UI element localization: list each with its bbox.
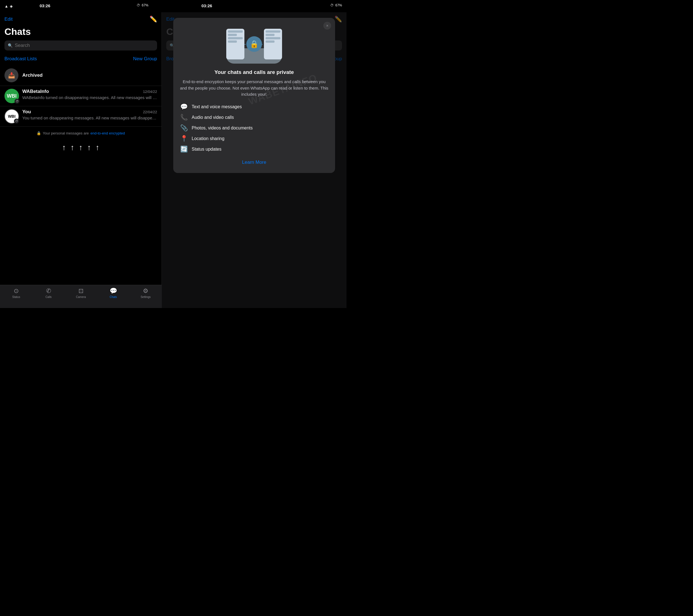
status-bar-left-icons: ▲ ◈: [4, 0, 13, 12]
tab-calls[interactable]: ✆ Calls: [32, 287, 65, 299]
modal-illustration: 🔒: [180, 24, 329, 64]
phone-line-7: [265, 37, 280, 39]
chat-preview-you: You turned on disappearing messages. All…: [22, 116, 157, 120]
modal-list-item-1: 📞 Audio and video calls: [180, 114, 329, 121]
calls-tab-label: Calls: [45, 295, 52, 299]
phone-line-1: [228, 31, 243, 33]
modal-close-button[interactable]: ×: [323, 22, 331, 29]
modal-feature-list: 💬 Text and voice messages 📞 Audio and vi…: [180, 103, 329, 153]
settings-tab-icon: ⚙: [143, 287, 148, 295]
photos-icon: 📎: [180, 124, 188, 132]
chat-name-wbi: WABetaInfo: [22, 89, 49, 94]
phone-line-8: [265, 40, 275, 43]
chat-item-wabetainfo[interactable]: WBI ⏱ WABetaInfo 12/04/22 WABetaInfo tur…: [0, 86, 161, 106]
archived-row[interactable]: 📥 Archived: [0, 65, 161, 86]
clock-icon-left: ⏱: [137, 3, 140, 7]
panels: Edit ✏️ Chats 🔍 Broadcast Lists New Grou…: [0, 12, 346, 308]
modal-overlay[interactable]: ×: [162, 12, 346, 308]
modal-title: Your chats and calls are private: [180, 69, 329, 75]
disappearing-badge-wbi: ⏱: [15, 99, 20, 104]
arrow-5: ↑: [96, 143, 100, 152]
chat-content-you: You 22/04/22 You turned on disappearing …: [22, 109, 157, 120]
left-panel-header: Edit ✏️ Chats 🔍: [0, 12, 161, 54]
tab-camera[interactable]: ⊡ Camera: [65, 287, 97, 299]
chat-top-row-you: You 22/04/22: [22, 109, 157, 115]
compose-icon-button[interactable]: ✏️: [150, 16, 157, 23]
encryption-notice: 🔒 Your personal messages are end-to-end …: [0, 127, 161, 140]
status-tab-label: Status: [12, 295, 20, 299]
arrow-1: ↑: [62, 143, 66, 152]
left-search-icon: 🔍: [8, 43, 13, 48]
lock-circle: 🔒: [246, 36, 262, 52]
privacy-modal: ×: [173, 18, 335, 173]
arrow-4: ↑: [87, 143, 91, 152]
learn-more-button[interactable]: Learn More: [180, 160, 329, 165]
left-search-bar[interactable]: 🔍: [4, 40, 157, 51]
disappearing-badge-you: ⏱: [14, 119, 19, 124]
calls-label: Audio and video calls: [192, 115, 234, 120]
left-chat-list: 📥 Archived WBI ⏱ WABetaInfo 12/04/22 WAB…: [0, 65, 161, 285]
status-tab-icon: ⊙: [14, 287, 19, 295]
phone-line-3: [228, 37, 243, 39]
text-messages-label: Text and voice messages: [192, 104, 242, 110]
location-label: Location sharing: [192, 136, 224, 141]
modal-list-item-4: 🔄 Status updates: [180, 146, 329, 153]
phone-line-6: [265, 34, 275, 36]
left-actions-row: Broadcast Lists New Group: [0, 54, 161, 65]
left-panel-title: Chats: [4, 25, 157, 40]
archive-icon: 📥: [4, 68, 18, 82]
left-time: 03:26: [40, 3, 50, 8]
clock-icon-right: ⏱: [330, 3, 334, 7]
scroll-arrows: ↑ ↑ ↑ ↑ ↑: [0, 140, 161, 158]
left-search-input[interactable]: [15, 43, 154, 48]
settings-tab-label: Settings: [141, 295, 151, 299]
calls-tab-icon: ✆: [46, 287, 51, 295]
lock-icon: 🔒: [37, 131, 41, 135]
wifi-icon2: ◈: [10, 4, 13, 8]
status-icon: 🔄: [180, 146, 188, 153]
modal-list-item-2: 📎 Photos, videos and documents: [180, 124, 329, 132]
text-messages-icon: 💬: [180, 103, 188, 111]
chat-preview-wbi: WABetaInfo turned on disappearing messag…: [22, 95, 157, 100]
chat-date-you: 22/04/22: [143, 110, 157, 114]
left-header-actions: Edit ✏️: [4, 15, 157, 25]
left-edit-button[interactable]: Edit: [4, 17, 13, 22]
modal-list-item-0: 💬 Text and voice messages: [180, 103, 329, 111]
bottom-tabs: ⊙ Status ✆ Calls ⊡ Camera 💬 Chats ⚙ Sett…: [0, 285, 162, 308]
tab-status[interactable]: ⊙ Status: [0, 287, 32, 299]
tab-settings[interactable]: ⚙ Settings: [130, 287, 162, 299]
arrow-2: ↑: [71, 143, 75, 152]
avatar-you-text: WBI: [8, 114, 15, 119]
left-panel: Edit ✏️ Chats 🔍 Broadcast Lists New Grou…: [0, 12, 162, 308]
status-bar: ▲ ◈ 03:26 ⏱ 67% 03:26 ⏱ 67%: [0, 0, 346, 12]
phone-line-4: [228, 40, 237, 43]
illustration-wrap: 🔒: [223, 24, 285, 64]
phone-left: [226, 29, 244, 59]
camera-tab-label: Camera: [76, 295, 86, 299]
avatar-wbi: WBI ⏱: [4, 89, 19, 103]
chats-tab-icon: 💬: [110, 287, 117, 295]
tab-chats[interactable]: 💬 Chats: [97, 287, 130, 299]
wifi-icon: ▲: [4, 4, 8, 8]
left-broadcast-button[interactable]: Broadcast Lists: [4, 56, 37, 62]
photos-label: Photos, videos and documents: [192, 125, 253, 131]
calls-icon: 📞: [180, 114, 188, 121]
battery-left: 67%: [142, 3, 148, 7]
encryption-text: Your personal messages are: [43, 131, 89, 135]
chat-item-you[interactable]: WBI ⏱ You 22/04/22 You turned on disappe…: [0, 106, 161, 127]
modal-list-item-3: 📍 Location sharing: [180, 135, 329, 142]
right-time: 03:26: [201, 3, 212, 8]
status-label: Status updates: [192, 147, 221, 152]
arrow-3: ↑: [79, 143, 83, 152]
camera-tab-icon: ⊡: [78, 287, 83, 295]
modal-description: End-to-end encryption keeps your persona…: [180, 79, 329, 98]
chats-tab-label: Chats: [110, 295, 117, 299]
location-icon: 📍: [180, 135, 188, 142]
archived-label: Archived: [22, 73, 43, 78]
encryption-link[interactable]: end-to-end encrypted: [91, 131, 125, 135]
phone-right: [264, 29, 282, 59]
chat-content-wbi: WABetaInfo 12/04/22 WABetaInfo turned on…: [22, 89, 157, 100]
battery-right: 67%: [335, 3, 342, 7]
phone-line-5: [265, 31, 280, 33]
left-new-group-button[interactable]: New Group: [133, 56, 157, 62]
